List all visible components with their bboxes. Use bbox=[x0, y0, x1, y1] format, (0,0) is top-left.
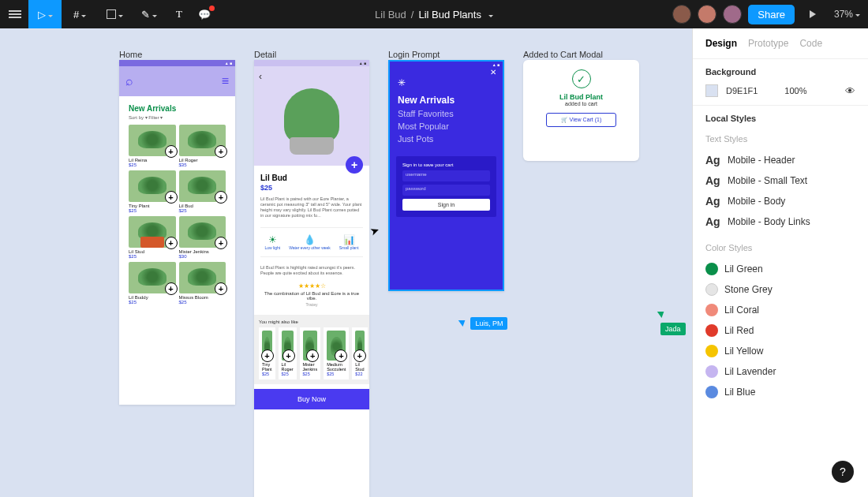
view-cart-button[interactable]: 🛒 View Cart (1) bbox=[546, 113, 617, 127]
product-cell[interactable]: +Tiny Plant$25 bbox=[129, 170, 176, 213]
suggestion-cell[interactable]: +Lil Roger$25 bbox=[279, 327, 297, 379]
frame-label-detail[interactable]: Detail bbox=[254, 50, 276, 59]
text-style-row[interactable]: AgMobile - Body bbox=[705, 191, 855, 211]
frame-icon: # bbox=[73, 9, 79, 21]
product-cell[interactable]: +Mister Jenkins$30 bbox=[179, 216, 226, 259]
breadcrumb[interactable]: Lil Bud / Lil Bud Plants bbox=[375, 9, 493, 21]
hamburger-icon[interactable]: ≡ bbox=[222, 74, 229, 88]
product-cell[interactable]: +Missus Bloom$25 bbox=[179, 262, 226, 305]
add-button[interactable]: + bbox=[335, 349, 347, 362]
avatar-2[interactable] bbox=[698, 5, 716, 24]
add-button[interactable]: + bbox=[215, 191, 227, 204]
add-fab[interactable]: + bbox=[346, 156, 363, 174]
tab-code[interactable]: Code bbox=[799, 38, 822, 49]
add-button[interactable]: + bbox=[282, 349, 295, 362]
color-style-row[interactable]: Lil Blue bbox=[705, 382, 855, 402]
shape-tool[interactable] bbox=[98, 0, 131, 28]
text-style-row[interactable]: AgMobile - Small Text bbox=[705, 170, 855, 191]
frame-modal[interactable]: ✓ Lil Bud Plant added to cart 🛒 View Car… bbox=[523, 60, 639, 161]
comment-tool[interactable]: 💬 bbox=[193, 0, 216, 28]
color-swatch bbox=[705, 304, 718, 316]
color-style-row[interactable]: Lil Green bbox=[705, 259, 855, 279]
pen-tool[interactable]: ✎ bbox=[133, 0, 166, 28]
login-nav-item[interactable]: Most Popular bbox=[398, 121, 495, 131]
product-cell[interactable]: +Lil Bud$25 bbox=[179, 170, 226, 213]
cursor-jada: Jada bbox=[659, 306, 692, 335]
sort-filter[interactable]: Sort by ▾ Filter ▾ bbox=[129, 114, 226, 120]
text-tool[interactable]: T bbox=[167, 0, 191, 28]
canvas[interactable]: Home ▲ ■ ⌕≡ New Arrivals Sort by ▾ Filte… bbox=[0, 28, 692, 497]
add-button[interactable]: + bbox=[165, 237, 178, 249]
login-nav-item[interactable]: New Arrivals bbox=[398, 95, 495, 106]
product-cell[interactable]: +Lil Reina$25 bbox=[129, 125, 176, 167]
buy-now-button[interactable]: Buy Now bbox=[254, 389, 369, 409]
frame-detail[interactable]: ▲ ■ ‹ + Lil Bud $25 Lil Bud Plant is pai… bbox=[254, 60, 369, 497]
color-style-row[interactable]: Lil Coral bbox=[705, 300, 855, 320]
product-cell[interactable]: +Lil Roger$35 bbox=[179, 125, 226, 167]
logo-icon: ✳ bbox=[398, 77, 495, 88]
suggestion-name: Lil Roger bbox=[282, 362, 294, 372]
add-button[interactable]: + bbox=[215, 237, 227, 249]
rectangle-icon bbox=[107, 9, 116, 19]
frame-label-login[interactable]: Login Prompt bbox=[388, 50, 440, 59]
move-tool[interactable]: ▷ bbox=[28, 0, 62, 28]
plant-image: + bbox=[262, 331, 272, 361]
plant-image: + bbox=[327, 331, 346, 361]
add-button[interactable]: + bbox=[165, 145, 178, 158]
frame-home[interactable]: ▲ ■ ⌕≡ New Arrivals Sort by ▾ Filter ▾ +… bbox=[119, 60, 235, 405]
login-nav-item[interactable]: Just Pots bbox=[398, 134, 495, 144]
suggestion-cell[interactable]: +Mister Jenkins$25 bbox=[300, 327, 321, 379]
tab-design[interactable]: Design bbox=[705, 38, 737, 49]
search-icon[interactable]: ⌕ bbox=[125, 74, 133, 88]
text-style-icon: Ag bbox=[705, 195, 721, 207]
zoom-control[interactable]: 37% bbox=[831, 9, 863, 20]
add-button[interactable]: + bbox=[215, 145, 227, 158]
background-label: Background bbox=[705, 67, 855, 77]
suggestion-cell[interactable]: +Medium Succulent$25 bbox=[324, 327, 349, 379]
color-style-row[interactable]: Lil Red bbox=[705, 320, 855, 341]
avatar-1[interactable] bbox=[672, 5, 691, 24]
frame-tool[interactable]: # bbox=[63, 0, 96, 28]
avatar-3[interactable] bbox=[723, 5, 742, 24]
present-button[interactable] bbox=[801, 0, 825, 28]
password-input[interactable]: password bbox=[402, 185, 490, 196]
add-button[interactable]: + bbox=[165, 282, 178, 295]
modal-title: Lil Bud Plant bbox=[533, 93, 630, 101]
add-button[interactable]: + bbox=[261, 349, 274, 362]
feature-item: 💧Water every other week bbox=[289, 234, 331, 250]
close-icon[interactable]: ✕ bbox=[490, 68, 496, 77]
help-button[interactable]: ? bbox=[832, 461, 854, 483]
frame-login[interactable]: ▲ ■ ✕ ✳ New ArrivalsStaff FavoritesMost … bbox=[388, 60, 504, 291]
product-cell[interactable]: +Lil Buddy$25 bbox=[129, 262, 176, 305]
frame-label-modal[interactable]: Added to Cart Modal bbox=[523, 50, 603, 59]
tab-prototype[interactable]: Prototype bbox=[748, 38, 788, 49]
suggestion-cell[interactable]: +Tiny Plant$25 bbox=[259, 327, 275, 379]
suggestion-cell[interactable]: +Lil Stud$22 bbox=[352, 327, 367, 379]
suggestion-price: $25 bbox=[262, 372, 272, 376]
signin-button[interactable]: Sign in bbox=[402, 199, 490, 211]
text-style-row[interactable]: AgMobile - Header bbox=[705, 150, 855, 170]
login-nav-item[interactable]: Staff Favorites bbox=[398, 109, 495, 118]
bg-hex[interactable]: D9E1F1 bbox=[726, 86, 758, 95]
visibility-icon[interactable]: 👁 bbox=[845, 85, 855, 97]
product-cell[interactable]: +Lil Stud$25 bbox=[129, 216, 176, 259]
add-button[interactable]: + bbox=[215, 282, 227, 295]
product-price: $25 bbox=[260, 184, 363, 192]
share-button[interactable]: Share bbox=[748, 5, 795, 24]
frame-label-home[interactable]: Home bbox=[119, 50, 142, 59]
menu-button[interactable] bbox=[3, 0, 27, 28]
pen-icon: ✎ bbox=[141, 9, 150, 21]
color-style-row[interactable]: Lil Yellow bbox=[705, 341, 855, 361]
color-style-row[interactable]: Lil Lavender bbox=[705, 361, 855, 382]
text-style-row[interactable]: AgMobile - Body Links bbox=[705, 211, 855, 232]
color-style-row[interactable]: Stone Grey bbox=[705, 279, 855, 300]
username-input[interactable]: username bbox=[402, 170, 490, 181]
add-button[interactable]: + bbox=[165, 191, 178, 204]
back-icon[interactable]: ‹ bbox=[259, 71, 262, 82]
add-button[interactable]: + bbox=[354, 349, 366, 362]
add-button[interactable]: + bbox=[306, 349, 319, 362]
bg-swatch[interactable] bbox=[705, 84, 718, 97]
bg-opacity[interactable]: 100% bbox=[784, 86, 806, 95]
feature-item: 📊Small plant bbox=[339, 234, 359, 250]
product-image bbox=[284, 88, 339, 144]
